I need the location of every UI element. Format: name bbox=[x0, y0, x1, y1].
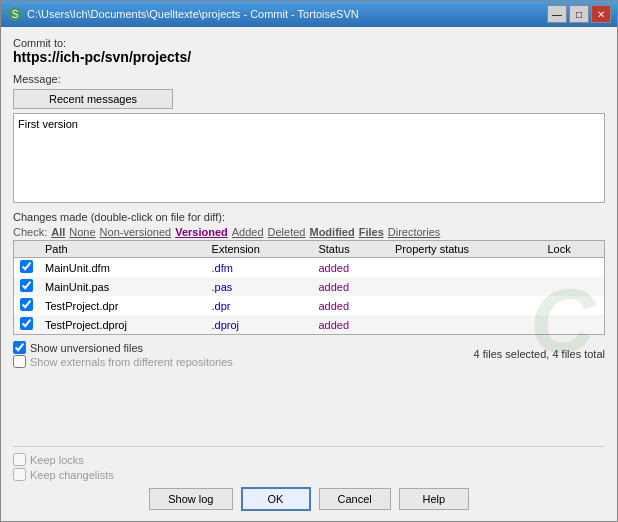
keep-changelists-label: Keep changelists bbox=[30, 469, 114, 481]
svg-text:S: S bbox=[12, 9, 19, 20]
show-externals-label: Show externals from different repositori… bbox=[30, 356, 233, 368]
message-label: Message: bbox=[13, 73, 605, 85]
minimize-button[interactable]: — bbox=[547, 5, 567, 23]
row-checkbox-cell[interactable] bbox=[14, 258, 39, 278]
col-lock[interactable]: Lock bbox=[541, 241, 604, 258]
row-lock bbox=[541, 277, 604, 296]
row-status: added bbox=[312, 258, 389, 278]
row-checkbox[interactable] bbox=[20, 260, 33, 273]
button-row: Show log OK Cancel Help bbox=[13, 487, 605, 511]
keep-locks-checkbox[interactable] bbox=[13, 453, 26, 466]
row-lock bbox=[541, 296, 604, 315]
show-unversioned-label: Show unversioned files bbox=[30, 342, 143, 354]
col-path[interactable]: Path bbox=[39, 241, 206, 258]
row-checkbox[interactable] bbox=[20, 298, 33, 311]
row-lock bbox=[541, 315, 604, 334]
col-status[interactable]: Status bbox=[312, 241, 389, 258]
bottom-checks: Show unversioned files Show externals fr… bbox=[13, 341, 233, 369]
main-window: S C:\Users\Ich\Documents\Quelltexte\proj… bbox=[0, 0, 618, 522]
check-nonversioned-link[interactable]: Non-versioned bbox=[100, 226, 172, 238]
keep-changelists-row: Keep changelists bbox=[13, 468, 605, 481]
row-property-status bbox=[389, 315, 541, 334]
bottom-section: Keep locks Keep changelists Show log OK … bbox=[13, 446, 605, 511]
row-checkbox-cell[interactable] bbox=[14, 277, 39, 296]
row-checkbox[interactable] bbox=[20, 279, 33, 292]
below-table-row: Show unversioned files Show externals fr… bbox=[13, 337, 605, 369]
commit-to-label: Commit to: bbox=[13, 37, 605, 49]
col-extension[interactable]: Extension bbox=[206, 241, 313, 258]
check-filter-row: Check: All None Non-versioned Versioned … bbox=[13, 226, 605, 238]
files-selected-label: 4 files selected, 4 files total bbox=[474, 348, 605, 360]
row-status: added bbox=[312, 277, 389, 296]
keep-locks-label: Keep locks bbox=[30, 454, 84, 466]
title-buttons: — □ ✕ bbox=[547, 5, 611, 23]
check-versioned-link[interactable]: Versioned bbox=[175, 226, 228, 238]
cancel-button[interactable]: Cancel bbox=[319, 488, 391, 510]
content-area: Commit to: https://ich-pc/svn/projects/ … bbox=[1, 27, 617, 521]
row-path: MainUnit.pas bbox=[39, 277, 206, 296]
row-extension: .dproj bbox=[206, 315, 313, 334]
check-added-link[interactable]: Added bbox=[232, 226, 264, 238]
col-checkbox bbox=[14, 241, 39, 258]
ok-button[interactable]: OK bbox=[241, 487, 311, 511]
row-status: added bbox=[312, 296, 389, 315]
row-extension: .dpr bbox=[206, 296, 313, 315]
keep-changelists-checkbox[interactable] bbox=[13, 468, 26, 481]
show-unversioned-row: Show unversioned files bbox=[13, 341, 233, 354]
check-files-link[interactable]: Files bbox=[359, 226, 384, 238]
row-extension: .dfm bbox=[206, 258, 313, 278]
row-property-status bbox=[389, 296, 541, 315]
row-path: MainUnit.dfm bbox=[39, 258, 206, 278]
row-path: TestProject.dpr bbox=[39, 296, 206, 315]
show-unversioned-checkbox[interactable] bbox=[13, 341, 26, 354]
row-extension: .pas bbox=[206, 277, 313, 296]
check-none-link[interactable]: None bbox=[69, 226, 95, 238]
show-externals-row: Show externals from different repositori… bbox=[13, 355, 233, 368]
row-path: TestProject.dproj bbox=[39, 315, 206, 334]
show-externals-checkbox[interactable] bbox=[13, 355, 26, 368]
table-header-row: Path Extension Status Property status Lo… bbox=[14, 241, 604, 258]
files-table-container: Path Extension Status Property status Lo… bbox=[13, 240, 605, 440]
check-label: Check: bbox=[13, 226, 47, 238]
show-log-button[interactable]: Show log bbox=[149, 488, 232, 510]
files-table-wrapper[interactable]: Path Extension Status Property status Lo… bbox=[13, 240, 605, 335]
app-icon: S bbox=[7, 6, 23, 22]
check-directories-link[interactable]: Directories bbox=[388, 226, 441, 238]
recent-messages-button[interactable]: Recent messages bbox=[13, 89, 173, 109]
row-property-status bbox=[389, 277, 541, 296]
table-row[interactable]: TestProject.dproj.dprojadded bbox=[14, 315, 604, 334]
row-checkbox-cell[interactable] bbox=[14, 296, 39, 315]
changes-label: Changes made (double-click on file for d… bbox=[13, 211, 605, 223]
row-status: added bbox=[312, 315, 389, 334]
row-lock bbox=[541, 258, 604, 278]
maximize-button[interactable]: □ bbox=[569, 5, 589, 23]
table-row[interactable]: MainUnit.pas.pasadded bbox=[14, 277, 604, 296]
check-all-link[interactable]: All bbox=[51, 226, 65, 238]
keep-locks-row: Keep locks bbox=[13, 453, 605, 466]
title-bar: S C:\Users\Ich\Documents\Quelltexte\proj… bbox=[1, 1, 617, 27]
check-modified-link[interactable]: Modified bbox=[309, 226, 354, 238]
col-property-status[interactable]: Property status bbox=[389, 241, 541, 258]
check-deleted-link[interactable]: Deleted bbox=[268, 226, 306, 238]
row-property-status bbox=[389, 258, 541, 278]
files-table: Path Extension Status Property status Lo… bbox=[14, 241, 604, 334]
table-row[interactable]: MainUnit.dfm.dfmadded bbox=[14, 258, 604, 278]
title-bar-left: S C:\Users\Ich\Documents\Quelltexte\proj… bbox=[7, 6, 359, 22]
table-row[interactable]: TestProject.dpr.dpradded bbox=[14, 296, 604, 315]
row-checkbox-cell[interactable] bbox=[14, 315, 39, 334]
row-checkbox[interactable] bbox=[20, 317, 33, 330]
message-textarea[interactable]: First version bbox=[13, 113, 605, 203]
help-button[interactable]: Help bbox=[399, 488, 469, 510]
title-text: C:\Users\Ich\Documents\Quelltexte\projec… bbox=[27, 8, 359, 20]
close-button[interactable]: ✕ bbox=[591, 5, 611, 23]
commit-url: https://ich-pc/svn/projects/ bbox=[13, 49, 605, 65]
